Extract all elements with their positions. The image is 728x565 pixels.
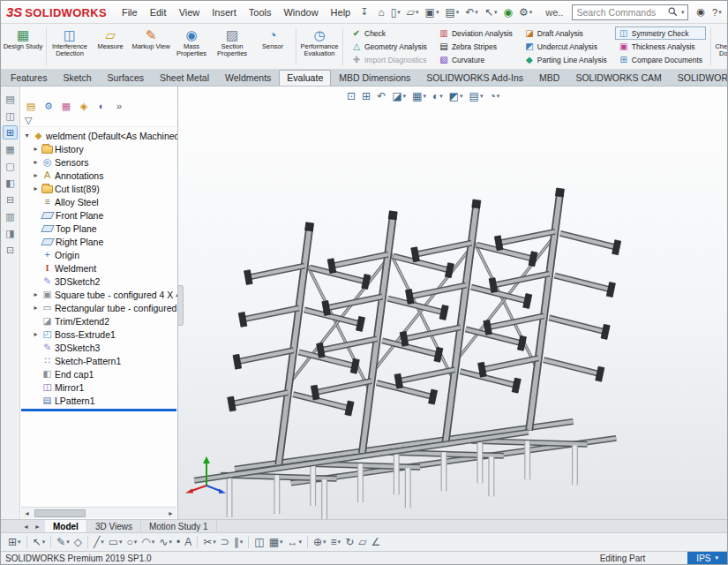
select-button[interactable]: ↖▾ — [482, 5, 500, 19]
tree-item-weldment[interactable]: IWeldment — [20, 261, 177, 275]
tab-features[interactable]: Features — [3, 70, 55, 86]
tree-item-alloy-steel[interactable]: ≡Alloy Steel — [20, 195, 177, 208]
menu-insert[interactable]: Insert — [206, 4, 243, 20]
compare-documents-button[interactable]: ⊞Compare Documents — [615, 53, 706, 66]
tab-sheet-metal[interactable]: Sheet Metal — [152, 70, 217, 86]
left-toolbar-icon-3[interactable]: ⊞ — [3, 125, 18, 139]
tree-item-cut-list-89[interactable]: ▸Cut list(89) — [20, 182, 177, 195]
account-button[interactable]: ◉ — [694, 5, 708, 19]
menu-window[interactable]: Window — [277, 4, 324, 20]
expand-arrow-icon[interactable]: ▸ — [32, 145, 40, 153]
arc-tool-button[interactable]: ◠▾ — [139, 535, 156, 549]
expand-arrow-icon[interactable]: ▾ — [23, 132, 31, 139]
tab-solidworks-cam[interactable]: SOLIDWORKS CAM — [567, 70, 669, 86]
configurationmanager-tab[interactable]: ▦ — [59, 100, 73, 113]
left-toolbar-icon-10[interactable]: ⊡ — [3, 243, 18, 257]
tree-item-boss-extrude1[interactable]: ▸◰Boss-Extrude1 — [20, 328, 177, 341]
left-toolbar-icon-4[interactable]: ▦ — [3, 142, 18, 156]
tree-item-rectangular-tube-configured-4-x[interactable]: ▸▭Rectangular tube - configured 4 X... — [20, 301, 177, 314]
document-tab-model[interactable]: Model — [45, 520, 87, 532]
left-toolbar-icon-1[interactable]: ▤ — [3, 92, 18, 106]
filter-icon[interactable]: ▽ — [25, 115, 32, 126]
left-toolbar-icon-9[interactable]: ◨ — [3, 226, 18, 240]
tree-item-lpattern1[interactable]: ▤LPattern1 — [20, 394, 177, 407]
thickness-analysis-button[interactable]: ▣Thickness Analysis — [615, 40, 706, 53]
tree-item-sketch-pattern1[interactable]: ∷Sketch-Pattern1 — [20, 354, 177, 367]
rollback-bar[interactable] — [21, 409, 176, 411]
tree-item-top-plane[interactable]: Top Plane — [20, 222, 177, 235]
featuremanager-tree-tab[interactable]: ▤ — [24, 100, 38, 113]
spline-tool-button[interactable]: ∿▾ — [157, 535, 174, 549]
tab-surfaces[interactable]: Surfaces — [100, 70, 152, 86]
tree-item-square-tube-configured-4-x-4-x-0[interactable]: ▸▣Square tube - configured 4 X 4 X 0... — [20, 288, 177, 301]
open-document-button[interactable]: ▱▾ — [404, 5, 422, 19]
left-toolbar-icon-6[interactable]: ◧ — [3, 176, 18, 190]
search-icon[interactable] — [668, 7, 678, 17]
expand-arrow-icon[interactable]: ▸ — [32, 158, 40, 166]
zoom-to-fit-button[interactable]: ⊡ — [344, 89, 358, 103]
panel-splitter-handle[interactable] — [178, 285, 184, 326]
tree-horizontal-scrollbar[interactable]: ◄ ► — [21, 507, 176, 518]
sketch-tool-button[interactable]: ✎▾ — [55, 535, 71, 549]
tab-scroll-right-icon[interactable]: ► — [32, 520, 43, 532]
options-button[interactable]: ⚙▾ — [516, 5, 535, 19]
tree-item-trim-extend2[interactable]: ◪Trim/Extend2 — [20, 314, 177, 328]
pin-menu-icon[interactable]: ↧ — [360, 6, 368, 18]
line-tool-button[interactable]: ╱▾ — [92, 535, 106, 549]
tab-mbd-dimensions[interactable]: MBD Dimensions — [331, 70, 418, 86]
trim-entities-button[interactable]: ✂▾ — [201, 535, 218, 549]
propertymanager-tab[interactable]: ⚙ — [41, 100, 56, 113]
units-selector[interactable]: IPS ▾ — [687, 552, 727, 564]
tree-item-mirror1[interactable]: ◫Mirror1 — [20, 380, 177, 394]
save-button[interactable]: ▣▾ — [423, 5, 442, 19]
help-button[interactable]: ?▾ — [709, 5, 724, 19]
edit-appearance-button[interactable]: ▤▾ — [467, 89, 486, 103]
repair-sketch-button[interactable]: ↻ — [343, 535, 356, 549]
parting-line-analysis-button[interactable]: ◆Parting Line Analysis — [521, 53, 611, 66]
print-button[interactable]: ▤▾ — [442, 5, 462, 19]
rebuild-button[interactable]: ◉ — [500, 5, 514, 19]
left-toolbar-icon-7[interactable]: ⊟ — [3, 192, 18, 207]
instant2d-button[interactable]: ▱ — [356, 535, 368, 549]
smart-dimension-button[interactable]: ◇ — [72, 535, 84, 549]
tree-item-3dsketch2[interactable]: ✎3DSketch2 — [20, 275, 177, 288]
tree-item-sensors[interactable]: ▸◎Sensors — [20, 155, 177, 169]
left-toolbar-icon-5[interactable]: ▢ — [3, 159, 18, 173]
scroll-left-icon[interactable]: ◄ — [21, 508, 33, 518]
display-relations-button[interactable]: ⊕▾ — [311, 535, 328, 549]
markup-view-button[interactable]: ✎Markup View — [131, 25, 171, 68]
view-settings-button[interactable]: ◔▾ — [486, 89, 502, 103]
grid-snap-button[interactable]: ⊞▾ — [6, 535, 23, 549]
menu-view[interactable]: View — [173, 4, 206, 20]
displaymanager-tab[interactable]: ◐ — [94, 100, 109, 113]
text-tool-button[interactable]: A — [183, 535, 193, 549]
menu-edit[interactable]: Edit — [144, 4, 173, 20]
tab-weldments[interactable]: Weldments — [217, 70, 279, 86]
tab-sketch[interactable]: Sketch — [55, 70, 99, 86]
new-document-button[interactable]: ▯▾ — [388, 5, 403, 19]
section-properties-button[interactable]: ▨Section Properties — [212, 25, 252, 68]
previous-view-button[interactable]: ↶ — [374, 89, 388, 103]
symmetry-check-button[interactable]: ◫Symmetry Check — [615, 26, 706, 40]
expand-arrow-icon[interactable]: ▸ — [32, 171, 40, 179]
section-view-button[interactable]: ◪▾ — [389, 89, 409, 103]
design-study-button[interactable]: ▦Design Study — [3, 25, 43, 68]
dimxpertmanager-tab[interactable]: ◈ — [77, 100, 91, 113]
curvature-button[interactable]: ▧Curvature — [435, 53, 516, 66]
offset-entities-button[interactable]: ∥▾ — [232, 535, 245, 549]
measure-button[interactable]: ▱Measure — [90, 25, 131, 68]
tab-scroll-left-icon[interactable]: ◄ — [20, 520, 32, 532]
scroll-right-icon[interactable]: ► — [165, 508, 176, 518]
mass-properties-button[interactable]: ◉Mass Properties — [171, 25, 212, 68]
convert-entities-button[interactable]: ⊃ — [219, 535, 231, 549]
left-toolbar-icon-8[interactable]: ▥ — [3, 209, 18, 223]
check-active-document-button[interactable]: ✔Check Active Document▾ — [714, 25, 727, 68]
tree-item-annotations[interactable]: ▸AAnnotations — [20, 169, 177, 182]
angle-snap-button[interactable]: ∠ — [369, 535, 382, 549]
display-style-button[interactable]: ◐▾ — [430, 89, 446, 103]
menu-file[interactable]: File — [116, 4, 144, 20]
expand-arrow-icon[interactable]: ▸ — [32, 290, 40, 298]
tree-item-3dsketch3[interactable]: ✎3DSketch3 — [20, 341, 177, 354]
document-tab-motion-study-1[interactable]: Motion Study 1 — [141, 520, 217, 532]
interference-detection-button[interactable]: ◫Interference Detection — [49, 25, 90, 68]
